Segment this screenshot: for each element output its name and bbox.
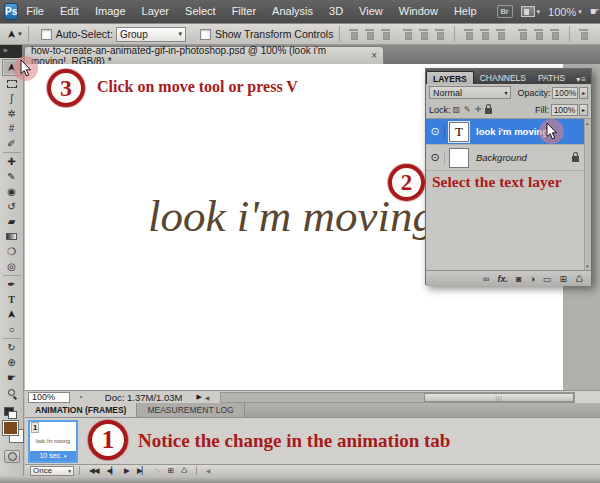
layer-style-fx-icon[interactable]: fx. — [497, 274, 508, 284]
align-bottom-edges-icon[interactable] — [380, 28, 392, 40]
menu-edit[interactable]: Edit — [52, 0, 87, 23]
show-transform-controls-checkbox[interactable] — [200, 29, 211, 40]
lock-position-icon[interactable]: ✛ — [475, 105, 482, 114]
lasso-tool[interactable]: ʃ — [2, 91, 22, 106]
frame-duration-dropdown[interactable]: 10 sec. ▾ — [30, 451, 76, 461]
lock-all-icon[interactable] — [485, 108, 492, 114]
document-tab[interactable]: how-to-create-an-animated-gif-in-photosh… — [24, 46, 384, 64]
opacity-value[interactable]: 100% — [552, 87, 578, 99]
opacity-spinner-icon[interactable]: ▸ — [579, 87, 588, 99]
tab-measurement-log[interactable]: MEASUREMENT LOG — [137, 403, 244, 417]
pen-tool[interactable]: ✒ — [2, 277, 22, 292]
play-animation-icon[interactable]: ▶ — [124, 466, 129, 475]
auto-select-target-dropdown[interactable]: Group ▾ — [116, 27, 186, 42]
tween-frames-icon[interactable]: ∿ — [154, 466, 159, 475]
select-first-frame-icon[interactable]: ◀◀ — [89, 466, 99, 475]
layers-scrollbar[interactable]: ▴ ▾ — [584, 119, 591, 270]
blend-mode-dropdown[interactable]: Normal ▾ — [429, 86, 511, 99]
visibility-eye-icon[interactable]: ⊙ — [426, 125, 445, 138]
toolbar-collapse-button[interactable]: » — [0, 45, 22, 58]
history-brush-tool[interactable]: ↺ — [2, 199, 22, 214]
menu-file[interactable]: File — [18, 0, 52, 23]
layer-thumbnail[interactable]: T — [449, 122, 469, 142]
eraser-tool[interactable]: ▰ — [2, 214, 22, 229]
fill-value[interactable]: 100% — [551, 104, 578, 116]
tab-channels[interactable]: CHANNELS — [474, 71, 532, 84]
distribute-right-edges-icon[interactable] — [549, 28, 561, 40]
delete-layer-icon[interactable]: ♺ — [575, 274, 583, 284]
auto-select-checkbox[interactable] — [41, 29, 52, 40]
distribute-top-edges-icon[interactable] — [463, 28, 475, 40]
align-top-edges-icon[interactable] — [348, 28, 360, 40]
align-horizontal-centers-icon[interactable] — [418, 28, 430, 40]
align-right-edges-icon[interactable] — [434, 28, 446, 40]
layer-row-text[interactable]: ⊙ T look i'm moving! — [426, 119, 591, 145]
scroll-left-icon[interactable]: ◀ — [206, 467, 210, 474]
link-layers-icon[interactable]: ∞ — [483, 274, 489, 284]
quick-selection-tool[interactable]: ✲ — [2, 106, 22, 121]
zoom-tool[interactable] — [2, 385, 22, 400]
view-extras-button[interactable]: ▾ — [521, 6, 541, 17]
eyedropper-tool[interactable]: ✐ — [2, 136, 22, 151]
foreground-color-swatch[interactable] — [3, 421, 18, 435]
delete-frame-icon[interactable]: ♺ — [181, 466, 187, 475]
default-swatches-icon[interactable] — [4, 407, 14, 416]
add-layer-mask-icon[interactable]: ◙ — [516, 274, 521, 284]
distribute-left-edges-icon[interactable] — [517, 28, 529, 40]
lock-transparency-icon[interactable]: ▨ — [453, 105, 461, 114]
animation-frame-1[interactable]: 1 look i'm moving 10 sec. ▾ — [28, 420, 78, 463]
horizontal-scrollbar[interactable]: ||| — [220, 392, 575, 403]
shape-tool[interactable]: ○ — [2, 322, 22, 337]
distribute-bottom-edges-icon[interactable] — [495, 28, 507, 40]
fill-spinner-icon[interactable]: ▸ — [579, 104, 588, 116]
tab-animation-frames[interactable]: ANIMATION (FRAMES) — [25, 403, 137, 417]
lock-paint-icon[interactable]: ✎ — [464, 105, 471, 114]
scroll-up-icon[interactable]: ▴ — [586, 120, 589, 126]
close-tab-icon[interactable]: × — [371, 50, 377, 61]
align-left-edges-icon[interactable] — [402, 28, 414, 40]
path-selection-tool[interactable]: ➤ — [2, 307, 22, 322]
quick-mask-button[interactable] — [4, 450, 20, 463]
distribute-horizontal-centers-icon[interactable] — [533, 28, 545, 40]
distribute-vertical-centers-icon[interactable] — [479, 28, 491, 40]
new-layer-icon[interactable]: ⊞ — [559, 274, 567, 284]
launch-bridge-button[interactable]: Br — [497, 5, 513, 18]
layer-row-background[interactable]: ⊙ Background — [426, 145, 591, 171]
menu-image[interactable]: Image — [87, 0, 134, 23]
rotate-3d-tool[interactable]: ↻ — [2, 340, 22, 355]
clone-stamp-tool[interactable]: ◉ — [2, 184, 22, 199]
layer-name[interactable]: Background — [476, 152, 527, 163]
status-menu-arrow-icon[interactable]: ▶ — [196, 393, 201, 401]
dodge-tool[interactable]: ◎ — [2, 259, 22, 274]
zoom-percent-field[interactable]: 100% — [28, 392, 70, 403]
hand-tool-button[interactable]: ☛ — [590, 5, 600, 18]
previous-frame-icon[interactable]: ◀▏ — [107, 466, 117, 475]
align-vertical-centers-icon[interactable] — [364, 28, 376, 40]
tab-paths[interactable]: PATHS — [532, 71, 571, 84]
scroll-left-icon[interactable]: ◀ — [205, 394, 210, 401]
hand-tool[interactable]: ☛ — [2, 370, 22, 385]
menu-layer[interactable]: Layer — [134, 0, 178, 23]
gradient-tool[interactable] — [2, 229, 22, 244]
crop-tool[interactable]: # — [2, 121, 22, 136]
auto-align-layers-icon[interactable] — [578, 28, 590, 40]
new-group-icon[interactable]: ▭ — [543, 274, 552, 284]
adjustment-layer-icon[interactable]: ◑ — [529, 274, 534, 284]
duplicate-frame-icon[interactable]: ⊞ — [168, 466, 173, 475]
menu-view[interactable]: View — [351, 0, 391, 23]
panel-menu-icon[interactable]: ▾≡ — [572, 75, 591, 84]
healing-brush-tool[interactable]: ✚ — [2, 154, 22, 169]
zoom-level-dropdown[interactable]: 100% ▾ — [548, 6, 582, 18]
menu-analysis[interactable]: Analysis — [264, 0, 321, 23]
menu-help[interactable]: Help — [446, 0, 485, 23]
next-frame-icon[interactable]: ▶▏ — [137, 466, 147, 475]
smudge-tool[interactable]: ❍ — [2, 244, 22, 259]
menu-select[interactable]: Select — [177, 0, 224, 23]
scroll-down-icon[interactable]: ▾ — [586, 263, 589, 269]
type-tool[interactable]: T — [2, 292, 22, 307]
tool-preset-chevron-icon[interactable]: ▾ — [18, 30, 22, 38]
loop-count-dropdown[interactable]: Once ▾ — [30, 466, 74, 476]
menu-3d[interactable]: 3D — [321, 0, 351, 23]
menu-filter[interactable]: Filter — [224, 0, 264, 23]
menu-window[interactable]: Window — [391, 0, 446, 23]
